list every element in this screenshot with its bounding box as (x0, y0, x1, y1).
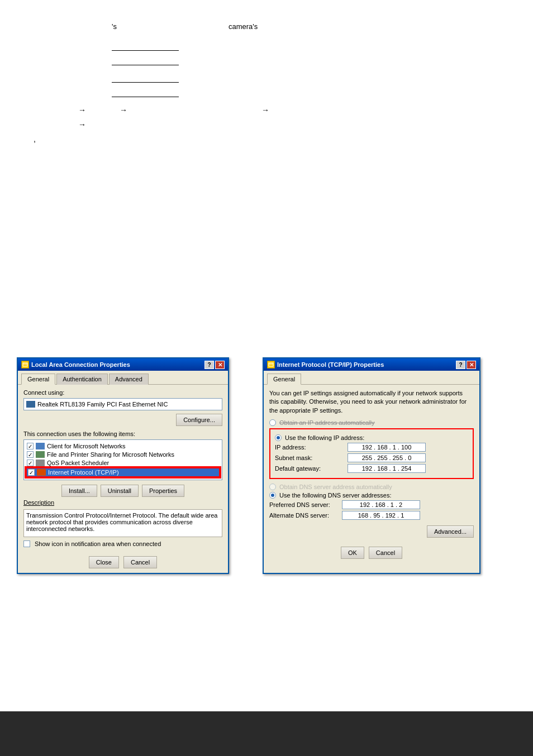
item-icon-1 (36, 451, 45, 458)
description-box: Transmission Control Protocol/Internet P… (23, 509, 222, 537)
use-following-dns-radio[interactable] (269, 492, 276, 499)
ip-info-text: You can get IP settings assigned automat… (269, 389, 474, 415)
arrow-row2: → (22, 120, 511, 129)
list-item-3[interactable]: Internet Protocol (TCP/IP) (26, 467, 220, 477)
checkbox-3[interactable] (28, 469, 35, 476)
obtain-dns-auto-row[interactable]: Obtain DNS server address automatically (269, 484, 474, 490)
checkbox-0[interactable] (27, 443, 34, 449)
ip-tabs: General (264, 371, 479, 385)
item-icon-3 (37, 469, 46, 476)
configure-row: Configure... (23, 414, 222, 426)
underline-item2 (112, 56, 179, 65)
obtain-auto-radio[interactable] (269, 419, 276, 426)
obtain-dns-auto-radio[interactable] (269, 484, 276, 490)
use-following-row[interactable]: Use the following IP address: (275, 434, 468, 441)
preferred-dns-value[interactable]: 192 . 168 . 1 . 2 (342, 500, 420, 509)
use-following-dns-label: Use the following DNS server addresses: (279, 492, 392, 499)
ip-fields-box: Use the following IP address: IP address… (269, 428, 474, 479)
tab-general[interactable]: General (21, 374, 55, 385)
ip-address-label: IP address: (275, 444, 348, 451)
ip-close-x-button[interactable]: ✕ (467, 361, 476, 369)
arrow3: → (261, 106, 269, 114)
use-following-label: Use the following IP address: (285, 434, 364, 441)
arrow-row1: → → → (22, 106, 511, 114)
tab-advanced[interactable]: Advanced (109, 374, 149, 385)
apostrophe-line: 's camera's (22, 22, 511, 31)
install-buttons-row: Install... Uninstall Properties (23, 485, 222, 497)
ip-titlebar: Internet Protocol (TCP/IP) Properties ? … (264, 358, 479, 371)
local-area-title: Local Area Connection Properties (31, 361, 130, 368)
subnet-mask-value[interactable]: 255 . 255 . 255 . 0 (348, 453, 426, 462)
svg-rect-0 (23, 363, 27, 366)
arrow2: → (120, 106, 127, 114)
top-content: 's camera's → → → → , (0, 0, 533, 357)
bottom-bar (0, 711, 533, 756)
subnet-mask-label: Subnet mask: (275, 454, 348, 461)
ip-title: Internet Protocol (TCP/IP) Properties (277, 361, 384, 368)
show-icon-label: Show icon in notification area when conn… (35, 540, 161, 547)
ip-help-button[interactable]: ? (456, 361, 465, 369)
obtain-dns-auto-label: Obtain DNS server address automatically (279, 484, 392, 490)
close-x-button[interactable]: ✕ (215, 361, 225, 369)
titlebar-icon (21, 361, 29, 369)
advanced-row: Advanced... (269, 525, 474, 538)
ip-cancel-button[interactable]: Cancel (369, 547, 402, 559)
nic-name: Realtek RTL8139 Family PCI Fast Ethernet… (37, 401, 168, 408)
local-cancel-button[interactable]: Cancel (123, 556, 157, 568)
ip-content: You can get IP settings assigned automat… (264, 385, 479, 542)
ip-address-row: IP address: 192 . 168 . 1 . 100 (275, 443, 468, 452)
local-area-footer: Close Cancel (18, 552, 228, 573)
ip-properties-dialog: Internet Protocol (TCP/IP) Properties ? … (263, 357, 480, 574)
local-area-dialog: Local Area Connection Properties ? ✕ Gen… (17, 357, 229, 574)
help-button[interactable]: ? (204, 361, 214, 369)
use-following-dns-row[interactable]: Use the following DNS server addresses: (269, 492, 474, 499)
ip-footer: OK Cancel (264, 542, 479, 563)
connection-items-list: Client for Microsoft Networks File and P… (23, 439, 222, 480)
configure-button[interactable]: Configure... (176, 414, 222, 426)
arrow1: → (78, 106, 86, 114)
show-icon-checkbox[interactable] (23, 540, 30, 547)
comma-mark: , (22, 135, 511, 143)
ip-ok-button[interactable]: OK (341, 547, 364, 559)
underline-group1 (112, 42, 511, 65)
ip-tab-general[interactable]: General (267, 374, 301, 385)
local-area-content: Connect using: Realtek RTL8139 Family PC… (18, 385, 228, 552)
item-icon-2 (36, 460, 45, 466)
ip-titlebar-left: Internet Protocol (TCP/IP) Properties (267, 361, 384, 369)
local-close-button[interactable]: Close (89, 556, 119, 568)
obtain-auto-row[interactable]: Obtain an IP address automatically (269, 419, 474, 426)
alternate-dns-value[interactable]: 168 . 95 . 192 . 1 (342, 511, 420, 520)
list-item-1[interactable]: File and Printer Sharing for Microsoft N… (26, 451, 220, 458)
arrow4: → (78, 120, 86, 129)
checkbox-2[interactable] (27, 460, 34, 466)
install-button[interactable]: Install... (61, 485, 97, 497)
properties-button[interactable]: Properties (142, 485, 184, 497)
obtain-auto-label: Obtain an IP address automatically (279, 419, 374, 426)
underline-item1 (112, 42, 179, 51)
item-icon-0 (36, 443, 45, 449)
uninstall-button[interactable]: Uninstall (101, 485, 139, 497)
alternate-dns-row: Alternate DNS server: 168 . 95 . 192 . 1 (269, 511, 474, 520)
use-following-radio[interactable] (275, 434, 282, 441)
tab-authentication[interactable]: Authentication (56, 374, 108, 385)
show-icon-row[interactable]: Show icon in notification area when conn… (23, 540, 222, 547)
list-item-2[interactable]: QoS Packet Scheduler (26, 459, 220, 467)
subnet-mask-row: Subnet mask: 255 . 255 . 255 . 0 (275, 453, 468, 462)
advanced-button[interactable]: Advanced... (427, 525, 474, 538)
dns-section: Obtain DNS server address automatically … (269, 484, 474, 520)
checkbox-1[interactable] (27, 451, 34, 458)
ip-titlebar-buttons: ? ✕ (456, 361, 476, 369)
ip-address-value[interactable]: 192 . 168 . 1 . 100 (348, 443, 426, 452)
local-area-titlebar: Local Area Connection Properties ? ✕ (18, 358, 228, 371)
underline-item4 (112, 88, 179, 97)
list-item-0[interactable]: Client for Microsoft Networks (26, 442, 220, 450)
default-gateway-value[interactable]: 192 . 168 . 1 . 254 (348, 464, 426, 473)
dialogs-container: Local Area Connection Properties ? ✕ Gen… (17, 357, 514, 574)
underline-item3 (112, 74, 179, 83)
svg-rect-2 (269, 363, 273, 366)
underline-group2 (112, 74, 511, 97)
titlebar-buttons: ? ✕ (204, 361, 225, 369)
local-area-tabs: General Authentication Advanced (18, 371, 228, 385)
preferred-dns-label: Preferred DNS server: (269, 501, 342, 508)
nic-textbox: Realtek RTL8139 Family PCI Fast Ethernet… (23, 398, 222, 410)
